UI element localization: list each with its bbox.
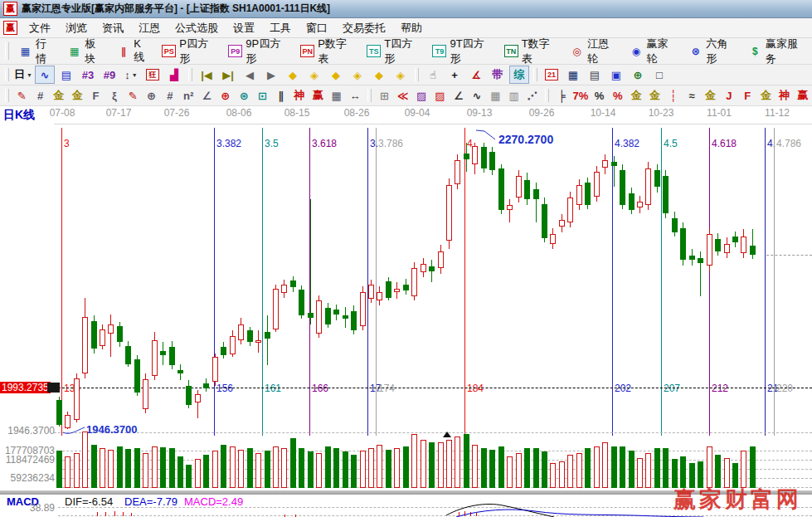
gann-line[interactable] bbox=[214, 128, 215, 436]
toolbar-button-t-number-table[interactable]: TNT数字表 bbox=[498, 34, 564, 69]
tool-rays-tool[interactable]: ≪ bbox=[395, 86, 411, 105]
tool-net-tool[interactable]: ⊕ bbox=[628, 66, 648, 84]
tool-candle-style[interactable]: ↕▼ bbox=[121, 66, 141, 84]
tool-volume-profile[interactable]: ▟ bbox=[164, 66, 184, 84]
toolbar-button-9p-square[interactable]: P99P四方形 bbox=[222, 34, 294, 69]
gann-line[interactable] bbox=[61, 128, 62, 436]
tool-purple-grid[interactable]: ▨ bbox=[413, 86, 430, 105]
tool-j-angle[interactable]: J bbox=[721, 86, 737, 105]
tool-diamond-cross[interactable]: ◈ bbox=[348, 66, 367, 84]
tool-prev-bar[interactable]: ◀ bbox=[240, 66, 260, 84]
tool-width-tool[interactable]: ↔ bbox=[347, 86, 363, 105]
toolbar-grip[interactable] bbox=[5, 42, 9, 61]
gann-line[interactable] bbox=[464, 128, 465, 436]
tool-angle-a[interactable]: ∠ bbox=[198, 86, 215, 105]
gann-line[interactable] bbox=[376, 128, 377, 436]
toolbar-button-kline[interactable]: ∥K线 bbox=[110, 35, 156, 67]
gann-line[interactable] bbox=[367, 128, 368, 436]
chart-canvas[interactable]: 日K线07-0807-1707-2608-0608-1508-2609-0409… bbox=[0, 106, 812, 517]
tool-info-panel[interactable]: ▤ bbox=[56, 66, 76, 84]
tool-ying-angle[interactable]: 赢 bbox=[795, 86, 811, 105]
tool-frame-tool[interactable]: ⊞ bbox=[376, 86, 392, 105]
tool-gold-line[interactable]: 金 bbox=[646, 86, 663, 105]
tool-circle-grid[interactable]: ⊕ bbox=[143, 86, 159, 105]
toolbar-grip[interactable] bbox=[5, 89, 9, 103]
tool-diamond-star[interactable]: ◆ bbox=[369, 66, 389, 84]
tool-grid-box[interactable]: ⊡ bbox=[254, 86, 270, 105]
tool-pen-ruler[interactable]: ✎ bbox=[124, 86, 141, 105]
tool-diamond-right[interactable]: ◈ bbox=[304, 66, 324, 84]
tool-gold-line-2[interactable]: 金 bbox=[702, 86, 718, 105]
tool-diamond-expand[interactable]: ◆ bbox=[326, 66, 346, 84]
tool-band-tool[interactable]: 带 bbox=[488, 66, 508, 84]
toolbar-button-sectors[interactable]: ▦板块 bbox=[61, 34, 110, 69]
tool-hash-grid[interactable]: # bbox=[162, 86, 178, 105]
tool-trend-angle[interactable]: ∠ bbox=[450, 86, 467, 105]
tool-wave-tool[interactable]: ∿ bbox=[469, 86, 485, 105]
toolbar-button-p-number-table[interactable]: PNP数字表 bbox=[294, 34, 361, 69]
tool-last-bar[interactable]: ▶| bbox=[218, 66, 238, 84]
tool-n2-tool[interactable]: n² bbox=[180, 86, 197, 105]
tool-measure-tool[interactable]: ∡ bbox=[466, 66, 486, 84]
tool-flag-candle[interactable]: ┆ bbox=[665, 86, 682, 105]
gann-line[interactable] bbox=[661, 128, 662, 436]
tool-gold-fence[interactable]: 金 bbox=[51, 86, 67, 105]
tool-grid-plain[interactable]: ▦ bbox=[487, 86, 503, 105]
toolbar-button-winner-wheel[interactable]: ◉赢家轮 bbox=[624, 34, 683, 69]
tool-target-teal[interactable]: ⊛ bbox=[236, 86, 252, 105]
tool-next-bar[interactable]: ▶ bbox=[261, 66, 281, 84]
toolbar-button-p-square[interactable]: PSP四方形 bbox=[156, 34, 222, 69]
tool-gold-circle[interactable]: 金 bbox=[628, 86, 644, 105]
gann-line[interactable] bbox=[262, 128, 263, 436]
tool-ying-tool[interactable]: 赢 bbox=[309, 86, 326, 105]
tool-percent[interactable]: % bbox=[591, 86, 607, 105]
tool-slant-lines[interactable]: ⋰ bbox=[524, 86, 541, 105]
tool-period-selector[interactable]: 日▼ bbox=[13, 66, 33, 84]
tool-gold-angle[interactable]: 金 bbox=[757, 86, 774, 105]
tool-spiral-tool[interactable]: ξ bbox=[106, 86, 123, 105]
tool-wave-line[interactable]: ≈ bbox=[683, 86, 700, 105]
tool-chart-3[interactable]: #3 bbox=[78, 66, 98, 84]
tool-fence-tool[interactable]: # bbox=[32, 86, 48, 105]
tool-limit-frame[interactable]: 狂 bbox=[143, 66, 163, 84]
tool-diamond-left[interactable]: ◆ bbox=[283, 66, 303, 84]
toolbar-button-quotes[interactable]: ▦行情 bbox=[12, 34, 61, 69]
tool-composite-tool[interactable]: 综 bbox=[509, 66, 529, 84]
tool-save-tool[interactable]: ▣ bbox=[606, 66, 626, 84]
toolbar-button-9t-square[interactable]: T99T四方形 bbox=[426, 34, 498, 69]
toolbar-grip[interactable] bbox=[5, 68, 9, 82]
gann-line[interactable] bbox=[765, 128, 766, 436]
tool-hand-tool[interactable]: ☝ bbox=[423, 66, 443, 84]
tool-chart-9[interactable]: #9 bbox=[100, 66, 119, 84]
gann-line[interactable] bbox=[774, 128, 775, 436]
tool-grid-123[interactable]: ▦ bbox=[328, 86, 345, 105]
tool-zigzag-tool[interactable]: ∿ bbox=[35, 66, 55, 84]
tool-crosshair-tool[interactable]: + bbox=[445, 66, 464, 84]
tool-seven-percent[interactable]: 7% bbox=[572, 86, 590, 105]
tool-pc-tool[interactable]: □ bbox=[649, 66, 669, 84]
toolbar-button-hexagon[interactable]: ⊛六角形 bbox=[683, 34, 742, 69]
tool-f-angle[interactable]: F bbox=[739, 86, 756, 105]
tool-first-bar[interactable]: |◀ bbox=[197, 66, 216, 84]
toolbar-button-gann-wheel[interactable]: ◎江恩轮 bbox=[564, 34, 624, 69]
tool-calculator-tool[interactable]: ▦ bbox=[563, 66, 583, 84]
tool-shen-angle[interactable]: 神 bbox=[776, 86, 793, 105]
tool-calendar-tool[interactable]: 21 bbox=[542, 66, 562, 84]
tool-notes-tool[interactable]: ▤ bbox=[585, 66, 605, 84]
tool-k-quote[interactable]: ∥ bbox=[273, 86, 289, 105]
tool-shen-tool[interactable]: 神 bbox=[291, 86, 308, 105]
tool-pen-tool[interactable]: ✎ bbox=[13, 86, 30, 105]
gann-line[interactable] bbox=[709, 128, 710, 436]
tool-f-fence[interactable]: F bbox=[87, 86, 104, 105]
tool-target-red[interactable]: ⊕ bbox=[217, 86, 234, 105]
tool-grid-split[interactable]: ▥ bbox=[506, 86, 523, 105]
toolbar-button-winner-service[interactable]: $赢家服务 bbox=[742, 34, 812, 69]
tool-percent-lines[interactable]: % bbox=[610, 86, 626, 105]
tool-diamond-all[interactable]: ◈ bbox=[391, 66, 411, 84]
tool-gold-fence-2[interactable]: 金 bbox=[69, 86, 85, 105]
toolbar-button-t-square[interactable]: TST四方形 bbox=[361, 34, 426, 69]
tool-red-grid[interactable]: ▨ bbox=[431, 86, 448, 105]
tool-volume-ladder[interactable]: ╞ bbox=[553, 86, 570, 105]
gann-line[interactable] bbox=[612, 128, 613, 436]
title-bar[interactable]: 赢 赢家江恩专业版[赢家内部服务平台] - [上证指数 SH1A0001-111… bbox=[0, 0, 812, 18]
